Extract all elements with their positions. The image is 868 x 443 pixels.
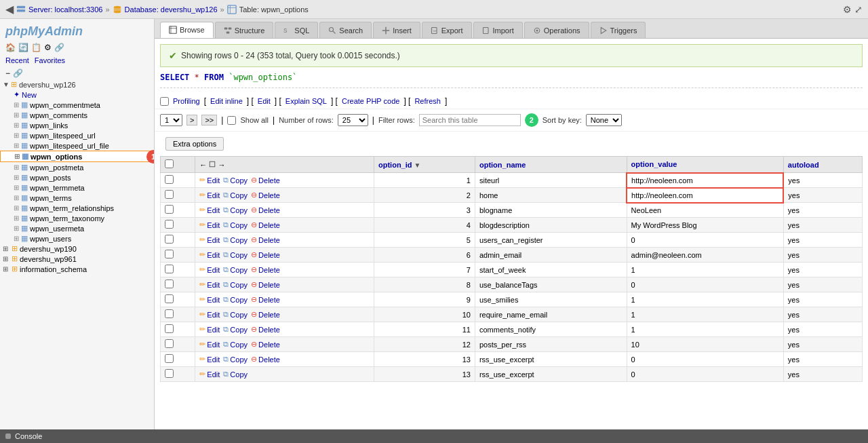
link-icon[interactable]: 🔗 bbox=[13, 69, 23, 78]
delete-btn-11[interactable]: ⊖ Delete bbox=[251, 325, 280, 334]
extra-options-button[interactable]: Extra options bbox=[165, 137, 224, 151]
delete-btn-2[interactable]: ⊖ Delete bbox=[251, 191, 280, 199]
tab-structure[interactable]: Structure bbox=[215, 22, 274, 38]
page-select[interactable]: 1 bbox=[160, 114, 182, 126]
delete-btn-3[interactable]: ⊖ Delete bbox=[251, 206, 280, 214]
sidebar-item-wpwn_users[interactable]: ⊞ ▦ wpwn_users bbox=[0, 233, 154, 244]
row-checkbox-9[interactable] bbox=[165, 294, 174, 303]
sidebar-item-devershu_wp126[interactable]: ▼ ⊞ devershu_wp126 bbox=[0, 79, 154, 90]
copy-btn-last[interactable]: ⧉ Copy bbox=[223, 370, 248, 379]
tree-toggle-wp961[interactable]: ⊞ bbox=[3, 255, 8, 263]
tree-toggle-info[interactable]: ⊞ bbox=[3, 265, 8, 273]
sidebar-item-wpwn_usermeta[interactable]: ⊞ ▦ wpwn_usermeta bbox=[0, 223, 154, 233]
delete-btn-1[interactable]: ⊖ Delete bbox=[251, 176, 280, 185]
edit-btn-12[interactable]: ✏ Edit bbox=[199, 340, 220, 349]
edit-btn-5[interactable]: ✏ Edit bbox=[199, 235, 220, 244]
more-icon[interactable]: 🔗 bbox=[54, 43, 64, 52]
tab-search[interactable]: Search bbox=[319, 22, 372, 38]
expand-icon-options[interactable]: ⊞ bbox=[14, 153, 20, 160]
select-all-checkbox[interactable] bbox=[165, 159, 174, 168]
collapse-icon[interactable]: − bbox=[5, 69, 10, 78]
delete-btn-5[interactable]: ⊖ Delete bbox=[251, 235, 280, 244]
sidebar-item-wpwn_comments[interactable]: ⊞ ▦ wpwn_comments bbox=[0, 110, 154, 120]
delete-btn-12[interactable]: ⊖ Delete bbox=[251, 340, 280, 349]
profiling-label[interactable]: Profiling bbox=[173, 97, 200, 105]
expand-icon-users[interactable]: ⊞ bbox=[14, 235, 19, 242]
search-input[interactable] bbox=[419, 114, 521, 126]
th-option_name[interactable]: option_name bbox=[475, 157, 627, 173]
nav-back-icon[interactable]: ◀ bbox=[5, 3, 14, 16]
delete-btn-4[interactable]: ⊖ Delete bbox=[251, 220, 280, 229]
expand-icon-termrel[interactable]: ⊞ bbox=[14, 204, 19, 212]
row-checkbox-last[interactable] bbox=[165, 369, 174, 378]
expand-icon-usermeta[interactable]: ⊞ bbox=[14, 225, 19, 232]
expand-icon-termtax[interactable]: ⊞ bbox=[14, 214, 19, 222]
expand-icon-comments[interactable]: ⊞ bbox=[14, 111, 19, 119]
expand-icon-commentmeta[interactable]: ⊞ bbox=[14, 101, 19, 109]
row-checkbox-3[interactable] bbox=[165, 205, 174, 214]
settings-icon[interactable]: ⚙ bbox=[843, 4, 852, 15]
copy-btn-4[interactable]: ⧉ Copy bbox=[223, 220, 248, 229]
tab-operations[interactable]: Operations bbox=[524, 22, 589, 38]
edit-btn-1[interactable]: ✏ Edit bbox=[199, 176, 220, 185]
row-checkbox-12[interactable] bbox=[165, 339, 174, 348]
expand-icon-posts[interactable]: ⊞ bbox=[14, 174, 19, 181]
create-php-link[interactable]: Create PHP code bbox=[342, 97, 399, 105]
delete-btn-6[interactable]: ⊖ Delete bbox=[251, 250, 280, 259]
copy-btn-2[interactable]: ⧉ Copy bbox=[223, 191, 248, 199]
explain-sql-link[interactable]: Explain SQL bbox=[285, 97, 327, 105]
col-arrow-right[interactable]: → bbox=[218, 161, 225, 169]
copy-btn-5[interactable]: ⧉ Copy bbox=[223, 235, 248, 244]
edit-btn-4[interactable]: ✏ Edit bbox=[199, 220, 220, 229]
sidebar-item-wpwn_term_relationships[interactable]: ⊞ ▦ wpwn_term_relationships bbox=[0, 203, 154, 213]
expand-icon-terms[interactable]: ⊞ bbox=[14, 194, 19, 201]
th-autoload[interactable]: autoload bbox=[783, 157, 862, 173]
refresh-link[interactable]: Refresh bbox=[414, 97, 441, 105]
tree-toggle-wp190[interactable]: ⊞ bbox=[3, 245, 8, 252]
row-checkbox-6[interactable] bbox=[165, 250, 174, 258]
row-checkbox-11[interactable] bbox=[165, 324, 174, 333]
edit-btn-8[interactable]: ✏ Edit bbox=[199, 280, 220, 289]
tab-sql[interactable]: S SQL bbox=[275, 22, 318, 38]
profiling-checkbox[interactable] bbox=[160, 97, 169, 106]
edit-btn-13[interactable]: ✏ Edit bbox=[199, 355, 220, 364]
delete-btn-7[interactable]: ⊖ Delete bbox=[251, 265, 280, 274]
sidebar-item-wpwn_terms[interactable]: ⊞ ▦ wpwn_terms bbox=[0, 193, 154, 203]
delete-btn-9[interactable]: ⊖ Delete bbox=[251, 295, 280, 304]
col-arrow-left[interactable]: ← bbox=[199, 161, 207, 169]
row-checkbox-2[interactable] bbox=[165, 190, 174, 199]
edit-btn-7[interactable]: ✏ Edit bbox=[199, 265, 220, 274]
row-checkbox-4[interactable] bbox=[165, 220, 174, 229]
sidebar-item-devershu_wp190[interactable]: ⊞ ⊞ devershu_wp190 bbox=[0, 244, 154, 254]
sidebar-item-new[interactable]: ✦ New bbox=[0, 90, 154, 100]
row-checkbox-1[interactable] bbox=[165, 175, 174, 184]
edit-btn-6[interactable]: ✏ Edit bbox=[199, 250, 220, 259]
row-checkbox-8[interactable] bbox=[165, 280, 174, 288]
edit-inline-link[interactable]: Edit inline bbox=[210, 97, 243, 105]
expand-icon-postmeta[interactable]: ⊞ bbox=[14, 163, 19, 171]
show-all-checkbox[interactable] bbox=[227, 116, 236, 125]
edit-btn-9[interactable]: ✏ Edit bbox=[199, 295, 220, 304]
recent-tab[interactable]: Recent bbox=[5, 56, 29, 64]
th-option_value[interactable]: option_value bbox=[627, 157, 783, 173]
sidebar-item-wpwn_postmeta[interactable]: ⊞ ▦ wpwn_postmeta bbox=[0, 162, 154, 172]
edit-link[interactable]: Edit bbox=[258, 97, 271, 105]
rows-select[interactable]: 25 50 100 bbox=[338, 114, 368, 126]
sidebar-item-wpwn_litespeed_url[interactable]: ⊞ ▦ wpwn_litespeed_url bbox=[0, 130, 154, 140]
delete-btn-8[interactable]: ⊖ Delete bbox=[251, 280, 280, 289]
database-breadcrumb[interactable]: Database: devershu_wp126 bbox=[125, 5, 218, 14]
home-icon[interactable]: 🏠 bbox=[5, 43, 16, 52]
page-forward-end-btn[interactable]: >> bbox=[201, 115, 217, 126]
settings2-icon[interactable]: 📋 bbox=[31, 43, 41, 52]
copy-btn-1[interactable]: ⧉ Copy bbox=[223, 176, 248, 185]
tab-browse[interactable]: Browse bbox=[160, 22, 214, 38]
delete-btn-10[interactable]: ⊖ Delete bbox=[251, 310, 280, 319]
sidebar-item-wpwn_options[interactable]: ⊞ ▦ wpwn_options 1 bbox=[0, 151, 154, 162]
delete-btn-13[interactable]: ⊖ Delete bbox=[251, 355, 280, 364]
copy-btn-13[interactable]: ⧉ Copy bbox=[223, 355, 248, 364]
tab-export[interactable]: Export bbox=[422, 22, 472, 38]
tab-import[interactable]: Import bbox=[473, 22, 523, 38]
sidebar-item-wpwn_commentmeta[interactable]: ⊞ ▦ wpwn_commentmeta bbox=[0, 100, 154, 110]
expand-icon-termmeta[interactable]: ⊞ bbox=[14, 184, 19, 191]
copy-btn-3[interactable]: ⧉ Copy bbox=[223, 206, 248, 214]
